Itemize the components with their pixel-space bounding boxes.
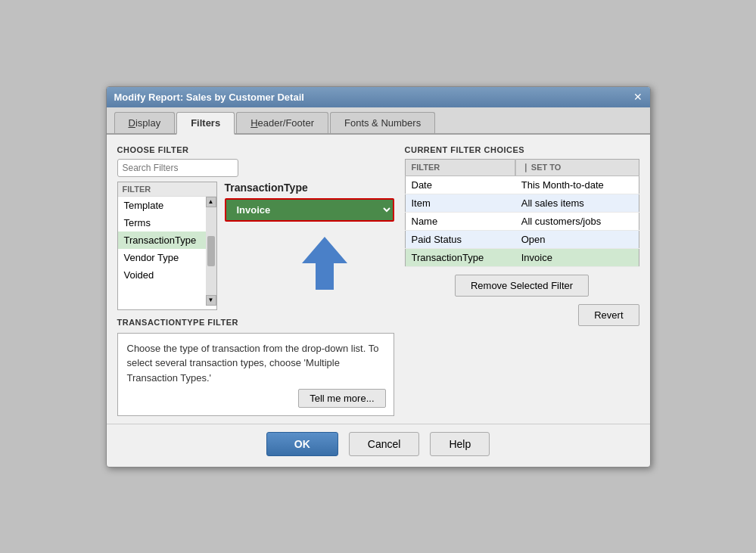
filter-cell: Date [405, 176, 515, 194]
remove-selected-filter-button[interactable]: Remove Selected Filter [455, 275, 589, 297]
filter-cell: Item [405, 194, 515, 212]
search-input[interactable] [117, 159, 238, 177]
set-to-cell: All customers/jobs [515, 212, 639, 230]
tell-me-more-button[interactable]: Tell me more... [298, 389, 385, 408]
filter-cell: TransactionType [405, 248, 515, 266]
tab-header-footer[interactable]: Header/Footer [236, 112, 328, 133]
current-filters-label: CURRENT FILTER CHOICES [405, 145, 639, 154]
filter-list-container: FILTER Template Terms TransactionType Ve… [117, 182, 217, 310]
scroll-up-arrow[interactable]: ▲ [206, 197, 216, 207]
col-header-filter: FILTER [405, 159, 515, 176]
right-panel: CURRENT FILTER CHOICES FILTER ❘ SET TO D… [405, 145, 639, 416]
modify-report-dialog: Modify Report: Sales by Customer Detail … [106, 86, 651, 468]
footer: OK Cancel Help [107, 424, 650, 467]
set-to-cell: Open [515, 230, 639, 248]
ok-button[interactable]: OK [266, 432, 338, 456]
col-header-set-to: ❘ SET TO [515, 159, 639, 176]
svg-marker-0 [302, 237, 347, 290]
scroll-down-arrow[interactable]: ▼ [206, 295, 216, 306]
description-text: Choose the type of transaction from the … [127, 341, 384, 386]
list-item[interactable]: Template [118, 197, 216, 214]
list-item[interactable]: Voided [118, 266, 216, 284]
description-label: TRANSACTIONTYPE FILTER [117, 318, 394, 327]
filter-table: FILTER ❘ SET TO Date This Month-to-date … [405, 159, 639, 267]
scroll-thumb [207, 236, 215, 266]
filter-area: FILTER Template Terms TransactionType Ve… [117, 182, 394, 310]
dropdown-container: Invoice All [225, 198, 394, 222]
table-row[interactable]: Item All sales items [405, 194, 639, 212]
choose-filter-label: CHOOSE FILTER [117, 145, 394, 154]
filter-cell: Name [405, 212, 515, 230]
filter-list-header: FILTER [118, 182, 216, 197]
title-bar: Modify Report: Sales by Customer Detail … [107, 87, 650, 107]
list-item[interactable]: Vendor Type [118, 249, 216, 266]
description-box: Choose the type of transaction from the … [117, 333, 394, 416]
transaction-type-title: TransactionType [225, 182, 394, 194]
transaction-type-dropdown[interactable]: Invoice All [226, 200, 393, 220]
tab-display[interactable]: Display [114, 112, 176, 133]
table-row[interactable]: Paid Status Open [405, 230, 639, 248]
description-section: TRANSACTIONTYPE FILTER Choose the type o… [117, 318, 394, 416]
filter-cell: Paid Status [405, 230, 515, 248]
table-row[interactable]: Name All customers/jobs [405, 212, 639, 230]
tab-fonts-numbers[interactable]: Fonts & Numbers [330, 112, 435, 133]
close-button[interactable]: ✕ [633, 92, 642, 102]
left-panel: CHOOSE FILTER FILTER Template Terms Tran… [117, 145, 394, 416]
set-to-cell: All sales items [515, 194, 639, 212]
list-item-transaction-type[interactable]: TransactionType [118, 231, 216, 249]
list-item[interactable]: Terms [118, 214, 216, 231]
set-to-cell: This Month-to-date [515, 176, 639, 194]
scrollbar[interactable]: ▲ ▼ [206, 197, 216, 306]
main-content: CHOOSE FILTER FILTER Template Terms Tran… [107, 135, 650, 424]
tab-bar: Display Filters Header/Footer Fonts & Nu… [107, 107, 650, 135]
filter-list-scroll: Template Terms TransactionType Vendor Ty… [118, 197, 216, 306]
revert-button[interactable]: Revert [578, 304, 639, 326]
tab-filters[interactable]: Filters [176, 112, 235, 135]
help-button[interactable]: Help [430, 432, 490, 456]
table-row[interactable]: Date This Month-to-date [405, 176, 639, 194]
arrow-up-indicator [255, 237, 394, 290]
table-header-row: FILTER ❘ SET TO [405, 159, 639, 176]
table-row-transaction-type[interactable]: TransactionType Invoice [405, 248, 639, 266]
transaction-type-section: TransactionType Invoice All [225, 182, 394, 310]
set-to-cell: Invoice [515, 248, 639, 266]
cancel-button[interactable]: Cancel [349, 432, 420, 456]
dialog-title: Modify Report: Sales by Customer Detail [114, 92, 304, 103]
